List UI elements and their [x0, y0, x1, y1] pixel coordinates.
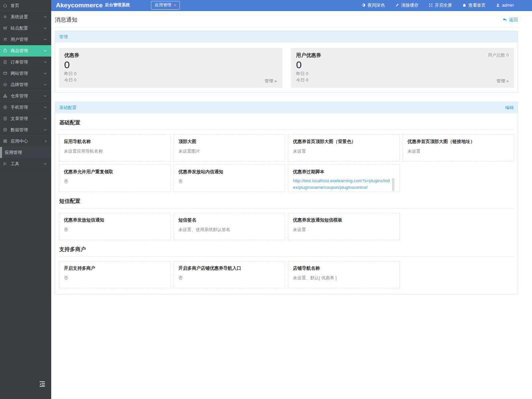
- scrollbar-thumb[interactable]: [392, 178, 394, 191]
- config-card-expire-script: 优惠券过期脚本 http://test.localhost.exelearnin…: [288, 165, 400, 192]
- sidebar-item-label: 系统设置: [11, 14, 44, 20]
- manage-panel-header: 管理: [55, 31, 518, 43]
- config-card-value: 未设置: [293, 148, 395, 154]
- sidebar-item-data-management[interactable]: 数据管理: [0, 124, 51, 136]
- tab-label: 应用管理: [155, 2, 171, 8]
- sidebar-item-app-center[interactable]: 应用中心: [0, 136, 51, 147]
- script-link-scroll-area[interactable]: http://test.localhost.exelearning.com?s=…: [293, 178, 395, 192]
- chevron-down-icon: [44, 105, 47, 108]
- sidebar-item-label: 首页: [11, 3, 48, 9]
- config-card: 开启多商户店铺优惠券导航入口 否: [174, 261, 285, 288]
- database-icon: [3, 127, 9, 132]
- config-card: 优惠券发放短信通知 否: [59, 213, 171, 240]
- config-card: 开启支持多商户 否: [59, 261, 171, 288]
- user-coupon-stat-card: 用户优惠券 用户总数 0 0 昨日 0 今日 0 管理 »: [291, 48, 514, 88]
- sidebar-item-mobile-management[interactable]: 手机管理: [0, 102, 51, 113]
- stat-yesterday: 昨日 0: [64, 70, 277, 77]
- view-home-button[interactable]: 查看首页: [462, 2, 486, 8]
- tools-icon: [3, 161, 9, 166]
- topbar-actions: 夜间深色 清除缓存 开启全屏 查看首页 admin: [361, 2, 532, 8]
- manage-link[interactable]: 管理 »: [265, 78, 277, 84]
- admin-user-menu[interactable]: admin: [496, 3, 514, 8]
- sidebar-item-tools[interactable]: 工具: [0, 158, 51, 170]
- brand-subtitle: 后台管理系统: [105, 2, 130, 8]
- config-card: 店铺导航名称 未设置、默认[ 优惠券 ]: [288, 261, 400, 288]
- script-url-link[interactable]: http://test.localhost.exelearning.com?s=…: [293, 178, 390, 191]
- edit-button[interactable]: 编辑: [505, 105, 514, 111]
- sidebar-item-app-management[interactable]: 应用管理: [0, 147, 51, 158]
- sidebar-item-site-config[interactable]: 站点配置: [0, 23, 51, 34]
- brand-title: Akeycommerce: [56, 2, 102, 8]
- config-panel: 基础配置 编辑 基础配置 应用导航名称 未设置应用导航名称 顶部大图 未设置图片: [55, 102, 518, 295]
- sidebar-item-order-management[interactable]: 订单管理: [0, 57, 51, 68]
- config-card: 短信签名 未设置、使用系统默认签名: [174, 213, 285, 240]
- back-button[interactable]: 返回: [502, 17, 518, 23]
- page-header: 消息通知 返回: [55, 11, 518, 24]
- config-card-title: 开启多商户店铺优惠券导航入口: [179, 265, 280, 271]
- svg-text:R: R: [4, 84, 6, 86]
- config-card-value: 未设置图片: [179, 148, 280, 154]
- chevron-down-icon: [44, 71, 47, 74]
- chevron-down-icon: [44, 49, 47, 52]
- config-card-value: 未设置、使用系统默认签名: [179, 227, 280, 233]
- sidebar-item-home[interactable]: 首页: [0, 0, 51, 11]
- clear-cache-button[interactable]: 清除缓存: [395, 2, 419, 8]
- tab-app-management[interactable]: 应用管理 ×: [151, 1, 180, 10]
- manage-link[interactable]: 管理 »: [496, 78, 509, 84]
- stat-today: 今日 0: [296, 77, 509, 83]
- chevron-down-icon: [44, 94, 47, 97]
- multi-merchant-grid: 开启支持多商户 否 开启多商户店铺优惠券导航入口 否 店铺导航名称 未设置、默认…: [59, 261, 514, 288]
- main-area: Akeycommerce 后台管理系统 应用管理 × 夜间深色 清除缓存 开启全…: [51, 0, 532, 399]
- config-card-title: 开启支持多商户: [64, 265, 166, 271]
- chevron-down-icon: [44, 128, 47, 131]
- sidebar-item-system-settings[interactable]: 系统设置: [0, 11, 51, 23]
- config-card-title: 应用导航名称: [64, 139, 166, 145]
- sidebar-item-user-management[interactable]: 用户管理: [0, 34, 51, 45]
- chevron-right-icon: [44, 140, 47, 142]
- fullscreen-button[interactable]: 开启全屏: [429, 2, 452, 8]
- action-label: admin: [502, 3, 514, 8]
- website-icon: [3, 71, 9, 76]
- config-card-title: 优惠券允许用户重复领取: [64, 169, 166, 175]
- chevron-down-icon: [44, 162, 47, 165]
- config-card: 优惠券首页顶部大图（背景色） 未设置: [288, 134, 400, 162]
- config-card-title: 短信签名: [179, 217, 280, 223]
- manage-panel-body: 优惠券 0 昨日 0 今日 0 管理 » 用户优惠券 用户总数 0 0 昨日 0…: [55, 43, 518, 92]
- stat-today: 今日 0: [64, 77, 277, 83]
- stat-title: 用户优惠券: [296, 52, 509, 59]
- user-icon: [496, 3, 500, 7]
- chevron-down-icon: [44, 83, 47, 85]
- goods-icon: [3, 48, 9, 53]
- action-label: 开启全屏: [435, 2, 452, 8]
- action-label: 夜间深色: [368, 2, 385, 8]
- sidebar-item-brand-management[interactable]: R 品牌管理: [0, 79, 51, 90]
- config-card: 顶部大图 未设置图片: [174, 134, 285, 162]
- sidebar-item-label: 站点配置: [11, 25, 44, 31]
- config-card-value: 未设置: [293, 227, 395, 233]
- users-icon: [3, 37, 9, 42]
- tab-close-icon[interactable]: ×: [174, 3, 176, 7]
- coupon-stat-card: 优惠券 0 昨日 0 今日 0 管理 »: [59, 48, 282, 88]
- sidebar-item-label: 应用管理: [5, 150, 48, 156]
- chevron-down-icon: [44, 60, 47, 63]
- config-card-value: 否: [64, 227, 166, 233]
- sidebar-item-warehouse-management[interactable]: 仓库管理: [0, 90, 51, 102]
- sidebar-collapse-button[interactable]: [39, 381, 46, 388]
- sidebar-item-website-management[interactable]: 网站管理: [0, 68, 51, 79]
- sidebar-item-label: 品牌管理: [11, 82, 44, 88]
- sidebar-item-goods-management[interactable]: 商品管理: [0, 45, 51, 57]
- config-card-value: 否: [179, 275, 280, 281]
- config-card-value: 否: [179, 179, 280, 185]
- section-title-basic: 基础配置: [59, 113, 514, 130]
- sidebar-item-label: 网站管理: [11, 70, 44, 76]
- chevron-down-icon: [44, 15, 47, 18]
- chevron-down-icon: [44, 117, 47, 119]
- sidebar-item-article-management[interactable]: 文章管理: [0, 113, 51, 124]
- config-card-title: 优惠券首页顶部大图（链接地址）: [408, 139, 509, 145]
- sidebar-item-label: 工具: [11, 161, 44, 167]
- sidebar-item-label: 应用中心: [11, 138, 44, 144]
- config-card-value: 否: [64, 179, 166, 185]
- config-card-title: 顶部大图: [179, 139, 280, 145]
- config-card: 应用导航名称 未设置应用导航名称: [59, 134, 171, 162]
- night-mode-button[interactable]: 夜间深色: [361, 2, 385, 8]
